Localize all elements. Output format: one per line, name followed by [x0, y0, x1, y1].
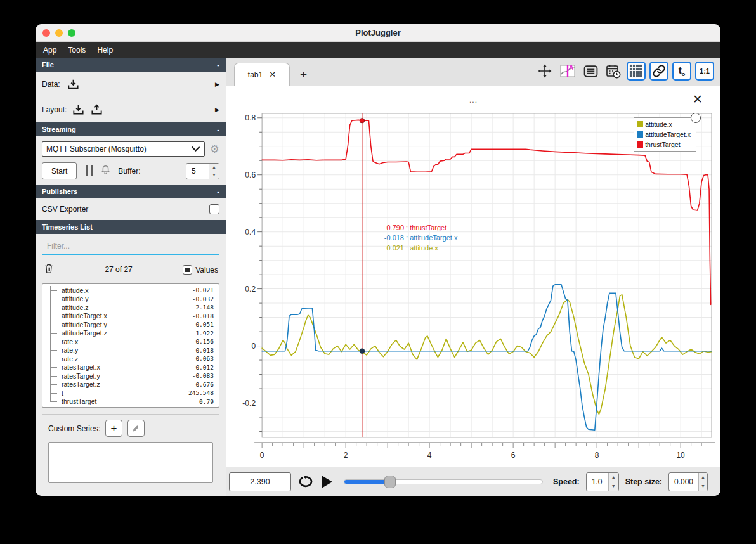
speed-spin-arrows[interactable]: ▲▼	[608, 473, 618, 491]
menubar: App Tools Help	[36, 42, 720, 58]
timeseries-row[interactable]: ratesTarget.z0.676	[50, 380, 219, 389]
speed-spinbox[interactable]: 1.0 ▲▼	[586, 472, 619, 491]
tree-branch-icon	[50, 372, 60, 380]
timeseries-row[interactable]: rate.x-0.156	[50, 337, 219, 346]
splitter-dots[interactable]: ...	[226, 96, 720, 105]
save-layout-icon[interactable]	[90, 103, 103, 117]
streaming-source-select[interactable]: MQTT Subscriber (Mosquitto)	[42, 141, 205, 157]
streaming-settings-gear-icon[interactable]: ⚙	[210, 144, 219, 155]
series-name[interactable]: rate.x	[62, 338, 78, 346]
series-value: 0.018	[195, 347, 219, 354]
series-name[interactable]: ratesTarget.y	[62, 372, 100, 380]
timeseries-row[interactable]: t245.548	[50, 389, 219, 398]
series-name[interactable]: attitudeTarget.z	[62, 329, 107, 337]
section-header-streaming: Streaming -	[36, 122, 226, 136]
loop-icon[interactable]	[297, 475, 314, 489]
tab-close-icon[interactable]: ✕	[269, 70, 276, 79]
series-name[interactable]: attitudeTarget.x	[62, 312, 107, 320]
buffer-spinbox[interactable]: 5 ▲▼	[186, 163, 219, 179]
load-layout-icon[interactable]	[72, 103, 85, 117]
streaming-source-value: MQTT Subscriber (Mosquitto)	[46, 145, 147, 153]
legend-swatch-icon	[637, 121, 643, 127]
collapse-file-button[interactable]: -	[217, 61, 219, 68]
timeseries-row[interactable]: rate.y0.018	[50, 346, 219, 355]
timeseries-row[interactable]: ratesTarget.x0.012	[50, 363, 219, 372]
tree-branch-icon	[50, 303, 60, 312]
legend-list-icon[interactable]	[581, 62, 600, 81]
load-data-icon[interactable]	[67, 78, 80, 91]
timeseries-row[interactable]: ratesTarget.y-0.083	[50, 372, 219, 380]
legend-item[interactable]: attitudeTarget.x	[637, 131, 691, 138]
legend-item[interactable]: thrustTarget	[637, 141, 691, 148]
time-offset-icon[interactable]: to	[672, 62, 691, 81]
series-value: -0.018	[192, 313, 219, 320]
menu-app[interactable]: App	[43, 46, 56, 55]
values-checkbox[interactable]	[183, 265, 192, 275]
custom-series-list[interactable]	[48, 442, 213, 483]
series-name[interactable]: rate.y	[62, 346, 78, 354]
legend-knob-icon[interactable]	[691, 113, 701, 123]
start-streaming-button[interactable]: Start	[42, 162, 77, 179]
legend-label: thrustTarget	[645, 141, 680, 148]
series-value: -0.156	[192, 338, 219, 345]
link-axes-icon[interactable]	[649, 62, 668, 81]
slider-thumb[interactable]	[384, 476, 396, 488]
menu-tools[interactable]: Tools	[68, 46, 86, 55]
add-tab-button[interactable]: +	[300, 68, 307, 82]
chart-canvas[interactable]: -0.200.20.40.60.80246810	[230, 106, 717, 465]
chart-legend[interactable]: attitude.xattitudeTarget.xthrustTarget	[634, 117, 696, 152]
timeseries-row[interactable]: thrustTarget0.79	[50, 398, 219, 406]
timeseries-row[interactable]: attitude.y-0.032	[50, 295, 219, 304]
series-value: 0.676	[195, 381, 219, 388]
grid-layout-icon[interactable]	[627, 62, 646, 81]
collapse-publishers-button[interactable]: -	[217, 188, 219, 195]
series-name[interactable]: attitudeTarget.y	[62, 321, 107, 328]
svg-text:0.4: 0.4	[245, 228, 256, 236]
current-time-field[interactable]: 2.390	[229, 472, 291, 491]
slider-fill	[344, 480, 390, 484]
data-expand-arrow[interactable]: ▶	[215, 81, 219, 87]
csv-exporter-checkbox[interactable]	[209, 204, 219, 214]
section-header-file: File -	[36, 58, 226, 72]
timeseries-row[interactable]: attitude.x-0.021	[50, 286, 219, 295]
add-custom-series-button[interactable]: +	[105, 420, 122, 437]
layout-expand-arrow[interactable]: ▶	[215, 107, 219, 113]
ratio-1-1-icon[interactable]: 1:1	[695, 62, 714, 81]
pause-icon[interactable]	[86, 165, 93, 176]
timeseries-row[interactable]: attitudeTarget.z-1.922	[50, 329, 219, 338]
pan-zoom-arrows-icon[interactable]	[535, 62, 554, 81]
play-button[interactable]	[322, 476, 332, 488]
buffer-spin-arrows[interactable]: ▲▼	[209, 164, 219, 179]
series-name[interactable]: attitude.x	[62, 287, 89, 294]
layout-row: Layout: ▶	[36, 97, 226, 122]
series-name[interactable]: attitude.z	[62, 304, 89, 311]
step-spin-arrows[interactable]: ▲▼	[698, 473, 707, 491]
tree-branch-icon	[50, 320, 60, 329]
series-name[interactable]: t	[62, 389, 63, 397]
legend-item[interactable]: attitude.x	[637, 120, 691, 128]
timeseries-row[interactable]: attitudeTarget.x-0.018	[50, 312, 219, 321]
timeseries-row[interactable]: attitudeTarget.y-0.051	[50, 320, 219, 329]
series-name[interactable]: rate.z	[62, 355, 78, 363]
timeseries-row[interactable]: attitude.z-2.148	[50, 303, 219, 312]
filter-input[interactable]	[42, 239, 219, 255]
collapse-streaming-button[interactable]: -	[217, 126, 219, 133]
plot-widget[interactable]: ... ✕ -0.200.20.40.60.80246810 attitude.…	[226, 86, 720, 467]
series-name[interactable]: ratesTarget.x	[62, 363, 100, 371]
delete-series-trash-icon[interactable]	[43, 262, 55, 277]
menu-help[interactable]: Help	[97, 46, 113, 55]
series-name[interactable]: thrustTarget	[62, 398, 96, 405]
step-size-spinbox[interactable]: 0.000 ▲▼	[668, 472, 708, 491]
tab-tab1[interactable]: tab1 ✕	[234, 63, 290, 86]
csv-exporter-label: CSV Exporter	[42, 205, 88, 214]
timeseries-row[interactable]: rate.z-0.063	[50, 354, 219, 363]
timeline-slider[interactable]	[344, 479, 543, 484]
svg-text:0: 0	[251, 342, 256, 351]
series-name[interactable]: ratesTarget.z	[62, 380, 100, 388]
edit-custom-series-button[interactable]	[127, 420, 145, 437]
notifications-bell-icon[interactable]	[100, 164, 112, 179]
series-name[interactable]: attitude.y	[62, 295, 89, 302]
trigger-marker-icon[interactable]: A	[558, 62, 577, 81]
plot-close-icon[interactable]: ✕	[693, 93, 703, 105]
datetime-format-icon[interactable]	[604, 62, 623, 81]
